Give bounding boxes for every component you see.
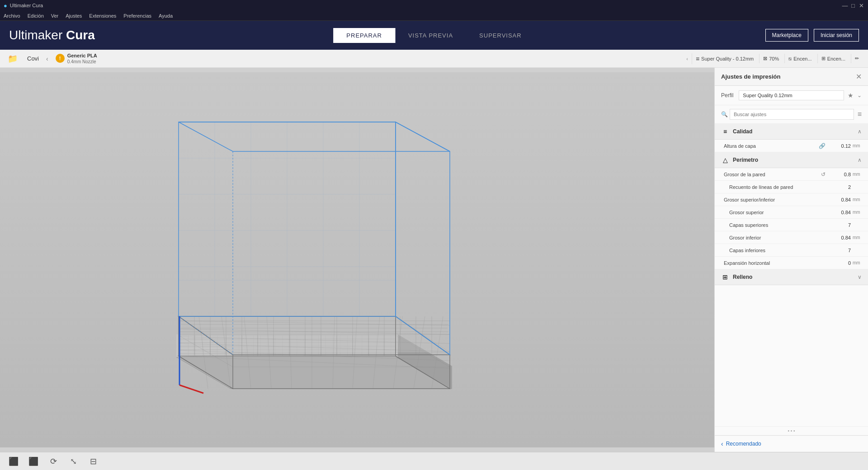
tab-vista-previa[interactable]: VISTA PREVIA	[395, 28, 466, 43]
app-icon: ●	[4, 2, 7, 9]
open-folder-button[interactable]: 📁	[5, 52, 20, 66]
menu-ver[interactable]: Ver	[51, 13, 59, 19]
row-label-expansion-horizontal: Expansión horizontal	[724, 260, 828, 266]
perimetro-chevron: ∧	[858, 157, 862, 163]
edit-info[interactable]: ✏	[851, 54, 863, 63]
settings-list: ≡ Calidad ∧ Altura de capa 🔗 0.12 mm △ P…	[715, 124, 868, 426]
arrange-button[interactable]: ⬛	[27, 455, 40, 468]
row-unit-grosor-inferior: mm	[853, 235, 862, 240]
rotate-button[interactable]: ⟳	[47, 455, 60, 468]
panel-header: Ajustes de impresión ✕	[715, 68, 868, 86]
section-perimetro[interactable]: △ Perímetro ∧	[715, 152, 868, 168]
close-button[interactable]: ✕	[858, 2, 864, 9]
profile-star-button[interactable]: ★	[848, 92, 854, 99]
calidad-icon: ≡	[721, 127, 729, 136]
menu-archivo[interactable]: Archivo	[4, 13, 20, 19]
mirror-icon: ⊟	[90, 456, 97, 466]
zoom-label: 70%	[769, 56, 779, 61]
row-label-capas-superiores: Capas superiores	[724, 222, 828, 228]
row-label-grosor-superior: Grosor superior	[724, 210, 828, 215]
section-relleno-label: Relleno	[733, 274, 854, 280]
menu-ajustes[interactable]: Ajustes	[66, 13, 82, 19]
toolbar-left: 📁 Covi ‹ ! Generic PLA 0.4mm Nozzle	[5, 52, 681, 66]
perimetro-icon: △	[721, 156, 729, 164]
row-value-grosor-inferior: 0.84	[828, 235, 851, 240]
recommended-label: Recomendado	[726, 441, 761, 447]
menu-preferencias[interactable]: Preferencias	[123, 13, 151, 19]
profile-select[interactable]: Super Quality 0.12mm	[739, 90, 844, 100]
window-controls[interactable]: — □ ✕	[842, 2, 864, 9]
row-grosor-superior: Grosor superior 0.84 mm	[715, 206, 868, 219]
tab-supervisar[interactable]: SUPERVISAR	[466, 28, 535, 43]
login-button[interactable]: Iniciar sesión	[814, 29, 859, 42]
title-bar: ● Ultimaker Cura — □ ✕	[0, 0, 868, 11]
menu-extensiones[interactable]: Extensiones	[89, 13, 116, 19]
arrange-icon: ⬛	[28, 456, 38, 466]
row-unit-expansion-horizontal: mm	[853, 260, 862, 265]
toolbar-nav-left[interactable]: ‹	[684, 54, 690, 63]
row-grosor-inferior: Grosor inferior 0.84 mm	[715, 231, 868, 244]
panel-close-button[interactable]: ✕	[856, 72, 862, 81]
quality-info: ≡ Super Quality - 0.12mm	[692, 53, 757, 64]
quality-label: Super Quality - 0.12mm	[701, 56, 754, 61]
enc2-label: Encen...	[827, 56, 845, 61]
header: Ultimaker Cura PREPARAR VISTA PREVIA SUP…	[0, 21, 868, 50]
tab-preparar[interactable]: PREPARAR	[333, 28, 395, 43]
altura-capa-link-icon[interactable]: 🔗	[819, 143, 826, 149]
svg-rect-0	[0, 72, 714, 447]
settings-menu-icon[interactable]: ≡	[858, 110, 862, 118]
scroll-indicator: • • •	[715, 426, 868, 435]
section-calidad-label: Calidad	[733, 128, 854, 135]
relleno-icon: ⊞	[721, 273, 729, 281]
main-area: Ajustes de impresión ✕ Perfil Super Qual…	[0, 68, 868, 452]
search-icon: 🔍	[721, 111, 728, 118]
recommended-button[interactable]: ‹ Recomendado	[715, 435, 868, 452]
row-capas-inferiores: Capas inferiores 7	[715, 244, 868, 257]
marketplace-button[interactable]: Marketplace	[765, 29, 808, 42]
viewport[interactable]	[0, 68, 714, 452]
maximize-button[interactable]: □	[850, 2, 856, 9]
search-input[interactable]	[730, 109, 854, 120]
mirror-button[interactable]: ⊟	[87, 455, 99, 468]
row-value-grosor-sup-inf: 0.84	[828, 197, 851, 202]
material-name: Generic PLA	[67, 52, 97, 59]
material-info: ! Generic PLA 0.4mm Nozzle	[56, 52, 97, 65]
profile-value: Super Quality 0.12mm	[743, 93, 792, 98]
row-altura-capa: Altura de capa 🔗 0.12 mm	[715, 140, 868, 152]
menu-ayuda[interactable]: Ayuda	[159, 13, 173, 19]
enc1-info: ⧅ Encen...	[784, 54, 815, 63]
profile-chevron-button[interactable]: ⌄	[857, 92, 862, 99]
title-bar-left: ● Ultimaker Cura	[4, 2, 43, 9]
logo: Ultimaker Cura	[9, 28, 95, 42]
print-settings-panel: Ajustes de impresión ✕ Perfil Super Qual…	[714, 68, 868, 452]
row-value-grosor-pared: 0.8	[828, 172, 851, 177]
profile-row: Perfil Super Quality 0.12mm ★ ⌄	[715, 86, 868, 105]
section-relleno[interactable]: ⊞ Relleno ∨	[715, 269, 868, 285]
scale-icon: ⤡	[70, 456, 77, 466]
nav-arrow-button[interactable]: ‹	[46, 55, 48, 62]
section-calidad[interactable]: ≡ Calidad ∧	[715, 124, 868, 140]
header-right: Marketplace Iniciar sesión	[765, 29, 859, 42]
row-unit-grosor-superior: mm	[853, 210, 862, 215]
enc1-label: Encen...	[793, 56, 811, 61]
scale-button[interactable]: ⤡	[67, 455, 80, 468]
row-grosor-pared: Grosor de la pared ↺ 0.8 mm	[715, 168, 868, 181]
quality-icon: ≡	[696, 55, 699, 62]
menu-edicion[interactable]: Edición	[28, 13, 44, 19]
material-nozzle: 0.4mm Nozzle	[67, 59, 97, 65]
row-label-altura-capa: Altura de capa	[724, 143, 819, 149]
row-value-expansion-horizontal: 0	[828, 260, 851, 266]
enc2-info: ⊞ Encen...	[817, 54, 849, 63]
minimize-button[interactable]: —	[842, 2, 848, 9]
grosor-pared-reset-icon[interactable]: ↺	[821, 171, 826, 178]
row-value-lineas-pared: 2	[828, 184, 851, 190]
row-label-capas-inferiores: Capas inferiores	[724, 248, 828, 253]
row-unit-grosor-pared: mm	[853, 172, 862, 177]
search-bar: 🔍 ≡	[715, 105, 868, 124]
calidad-chevron: ∧	[858, 128, 862, 135]
section-perimetro-label: Perímetro	[733, 157, 854, 163]
nav-tabs: PREPARAR VISTA PREVIA SUPERVISAR	[333, 28, 534, 43]
object-list-button[interactable]: ⬛	[7, 455, 20, 468]
row-label-lineas-pared: Recuento de líneas de pared	[724, 184, 828, 190]
row-unit-altura-capa: mm	[853, 143, 862, 148]
